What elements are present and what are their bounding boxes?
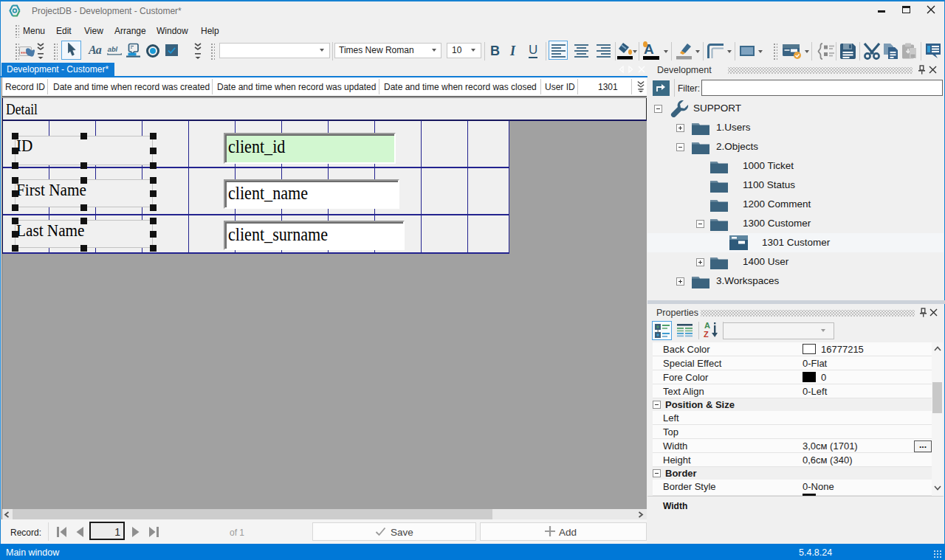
svg-text:abl: abl — [108, 46, 118, 53]
